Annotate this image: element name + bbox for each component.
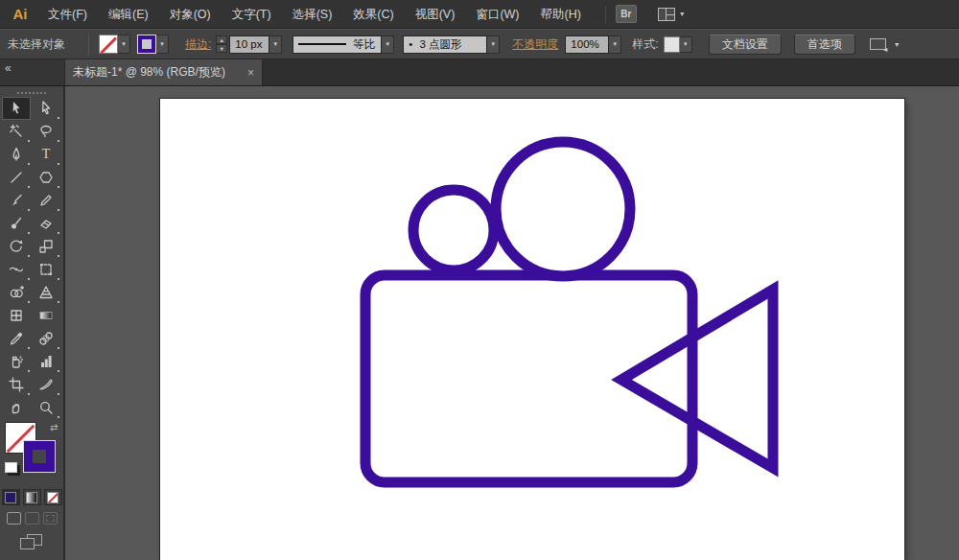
selection-status-label: 未选择对象 xyxy=(8,36,88,53)
stroke-color-swatch[interactable] xyxy=(137,35,156,54)
type-tool[interactable]: T xyxy=(32,143,60,166)
small-reel-shape xyxy=(413,190,494,270)
mesh-tool[interactable] xyxy=(2,304,31,327)
opacity-dropdown[interactable]: ▼ xyxy=(609,35,621,54)
tab-row: « 未标题-1* @ 98% (RGB/预览) × xyxy=(0,59,959,86)
hand-tool[interactable] xyxy=(2,396,31,419)
stroke-width-stepper[interactable]: ▲ ▼ xyxy=(216,35,227,53)
gradient-tool[interactable] xyxy=(32,304,60,327)
brush-definition-select[interactable]: • 3 点圆形 xyxy=(403,35,487,54)
none-button[interactable] xyxy=(44,489,62,505)
menu-effect[interactable]: 效果(C) xyxy=(342,0,404,29)
tool-grid: T xyxy=(0,97,63,419)
brush-preview-dot: • xyxy=(409,38,412,50)
canvas-pasteboard[interactable] xyxy=(65,86,959,560)
perspective-grid-tool[interactable] xyxy=(32,281,60,304)
menu-select[interactable]: 选择(S) xyxy=(282,0,343,29)
document-tab-title: 未标题-1* @ 98% (RGB/预览) xyxy=(73,64,242,81)
gradient-button[interactable] xyxy=(23,489,41,505)
paintbrush-tool[interactable] xyxy=(2,189,31,212)
illustrator-logo: Ai xyxy=(7,3,34,26)
width-profile-select[interactable]: 等比 xyxy=(292,35,382,54)
video-camera-artwork[interactable] xyxy=(160,99,904,560)
magic-wand-tool[interactable] xyxy=(2,120,31,143)
stroke-dropdown-button[interactable]: ▼ xyxy=(156,35,169,54)
artboard-tool[interactable] xyxy=(2,373,31,396)
width-profile-preview xyxy=(298,43,346,45)
divider xyxy=(88,34,89,55)
direct-selection-tool[interactable] xyxy=(32,97,60,120)
style-swatch[interactable] xyxy=(664,36,680,53)
width-profile-dropdown[interactable]: ▼ xyxy=(382,35,394,54)
screen-mode-button[interactable] xyxy=(20,534,43,550)
menu-file[interactable]: 文件(F) xyxy=(37,0,98,29)
menu-type[interactable]: 文字(T) xyxy=(222,0,282,29)
eyedropper-tool[interactable] xyxy=(2,327,31,350)
scale-tool[interactable] xyxy=(32,235,60,258)
blend-tool[interactable] xyxy=(32,327,60,350)
draw-inside-icon[interactable] xyxy=(43,512,58,525)
line-segment-tool[interactable] xyxy=(2,166,31,189)
shape-builder-tool[interactable] xyxy=(2,281,31,304)
style-dropdown[interactable]: ▼ xyxy=(680,36,692,53)
pen-tool[interactable] xyxy=(2,143,31,166)
column-graph-tool[interactable] xyxy=(32,350,60,373)
stepper-down-icon[interactable]: ▼ xyxy=(216,44,227,53)
stroke-swatch-purple[interactable] xyxy=(23,440,56,473)
menubar-separator xyxy=(605,6,606,23)
document-setup-button[interactable]: 文档设置 xyxy=(709,35,782,55)
workspace-layout-icon xyxy=(658,8,675,21)
toolbar-collapse-button[interactable]: « xyxy=(0,59,65,85)
default-fill-stroke-icon[interactable] xyxy=(5,462,17,473)
bridge-button[interactable]: Br xyxy=(616,5,637,23)
brush-definition-dropdown[interactable]: ▼ xyxy=(487,35,500,54)
control-bar: 未选择对象 ▼ ▼ 描边: ▲ ▼ 10 px ▼ 等比 ▼ xyxy=(0,29,959,59)
opacity-input[interactable]: 100% xyxy=(565,35,609,54)
large-reel-shape xyxy=(496,142,630,276)
menu-window[interactable]: 窗口(W) xyxy=(465,0,529,29)
fill-dropdown-button[interactable]: ▼ xyxy=(118,35,130,54)
fill-stroke-cluster: ⇄ xyxy=(0,422,63,483)
shape-tool[interactable] xyxy=(32,166,60,189)
menu-edit[interactable]: 编辑(E) xyxy=(98,0,159,29)
menu-object[interactable]: 对象(O) xyxy=(159,0,222,29)
camera-body-shape xyxy=(365,275,692,482)
symbol-sprayer-tool[interactable] xyxy=(2,350,31,373)
color-button[interactable] xyxy=(2,489,20,505)
rotate-tool[interactable] xyxy=(2,235,31,258)
free-transform-tool[interactable] xyxy=(32,258,60,281)
draw-behind-icon[interactable] xyxy=(25,512,39,525)
slice-tool[interactable] xyxy=(32,373,60,396)
document-tab[interactable]: 未标题-1* @ 98% (RGB/预览) × xyxy=(65,59,263,85)
illustrator-window: Ai 文件(F) 编辑(E) 对象(O) 文字(T) 选择(S) 效果(C) 视… xyxy=(0,0,959,560)
fill-color-swatch[interactable] xyxy=(99,35,118,54)
lasso-tool[interactable] xyxy=(32,120,60,143)
stepper-up-icon[interactable]: ▲ xyxy=(216,35,227,44)
control-panel-menu-icon[interactable] xyxy=(870,38,886,50)
chevron-down-icon[interactable]: ▼ xyxy=(894,41,901,48)
menu-view[interactable]: 视图(V) xyxy=(405,0,466,29)
style-label: 样式: xyxy=(632,36,658,53)
width-tool[interactable] xyxy=(2,258,31,281)
tools-panel: T xyxy=(0,86,65,560)
zoom-tool[interactable] xyxy=(32,396,60,419)
drawing-modes-row xyxy=(0,512,63,525)
swap-fill-stroke-icon[interactable]: ⇄ xyxy=(50,422,58,432)
stroke-width-input[interactable]: 10 px xyxy=(229,35,269,54)
preferences-button[interactable]: 首选项 xyxy=(794,35,855,55)
close-icon[interactable]: × xyxy=(247,66,254,80)
stroke-width-dropdown[interactable]: ▼ xyxy=(269,35,282,54)
panel-grip-handle[interactable] xyxy=(17,92,46,94)
selection-tool[interactable] xyxy=(2,97,31,120)
pencil-tool[interactable] xyxy=(32,189,60,212)
menu-bar: Ai 文件(F) 编辑(E) 对象(O) 文字(T) 选择(S) 效果(C) 视… xyxy=(0,0,959,29)
stroke-panel-link[interactable]: 描边: xyxy=(185,36,211,53)
artboard[interactable] xyxy=(160,99,904,560)
draw-normal-icon[interactable] xyxy=(7,512,21,525)
eraser-tool[interactable] xyxy=(32,212,60,235)
color-mode-row xyxy=(0,489,63,505)
opacity-panel-link[interactable]: 不透明度 xyxy=(512,36,558,53)
menu-help[interactable]: 帮助(H) xyxy=(530,0,592,29)
blob-brush-tool[interactable] xyxy=(2,212,31,235)
workspace-switcher[interactable]: ▼ xyxy=(658,8,686,21)
